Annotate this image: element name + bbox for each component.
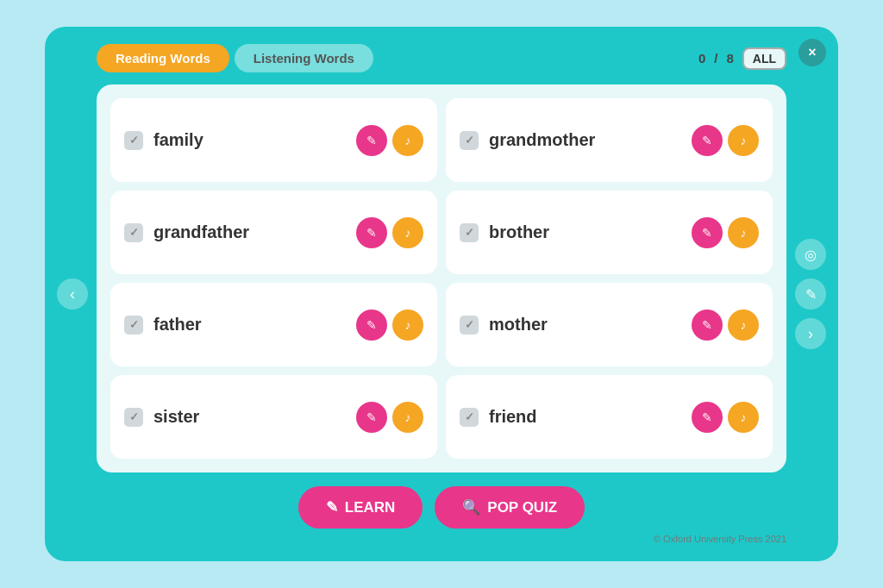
word-left-grandfather: ✓ grandfather [124,222,249,242]
audio-sister-button[interactable]: ♪ [392,402,423,433]
word-card-grandfather: ✓ grandfather ✎ ♪ [110,191,437,274]
main-card: ✓ family ✎ ♪ ✓ grandmother ✎ ♪ [97,84,786,472]
paperclip-icon: ✎ [795,278,826,310]
tab-listening[interactable]: Listening Words [235,44,373,72]
edit-friend-button[interactable]: ✎ [692,402,723,433]
quiz-label: POP QUIZ [487,499,557,516]
edit-sister-button[interactable]: ✎ [356,402,387,433]
header-row: Reading Words Listening Words 0 / 8 ALL [97,44,786,72]
checkbox-mother[interactable]: ✓ [460,316,479,335]
word-card-family: ✓ family ✎ ♪ [110,98,437,182]
word-text-sister: sister [153,407,199,427]
word-left-brother: ✓ brother [460,222,549,242]
edit-father-button[interactable]: ✎ [356,310,387,341]
tab-group: Reading Words Listening Words [97,44,373,72]
audio-father-button[interactable]: ♪ [392,310,423,341]
edit-grandmother-button[interactable]: ✎ [692,125,723,156]
word-text-mother: mother [489,315,548,335]
score-current: 0 [698,51,705,66]
close-button[interactable]: × [798,39,826,66]
checkbox-grandmother[interactable]: ✓ [460,131,479,150]
audio-brother-button[interactable]: ♪ [728,217,759,248]
audio-family-button[interactable]: ♪ [392,125,423,156]
word-left-grandmother: ✓ grandmother [460,130,595,150]
main-container: × ‹ ◎ ✎ › Reading Words Listening Words … [45,27,838,561]
checkbox-grandfather[interactable]: ✓ [124,223,143,242]
eye-icon: ◎ [795,239,826,270]
checkbox-sister[interactable]: ✓ [124,408,143,427]
checkbox-family[interactable]: ✓ [124,131,143,150]
bottom-row: ✎ LEARN 🔍 POP QUIZ [97,486,786,529]
word-card-grandmother: ✓ grandmother ✎ ♪ [446,98,773,182]
left-nav-button[interactable]: ‹ [57,278,88,310]
word-text-brother: brother [489,222,549,242]
score-total: 8 [726,51,733,66]
word-actions-mother: ✎ ♪ [692,310,759,341]
audio-friend-button[interactable]: ♪ [728,402,759,433]
edit-family-button[interactable]: ✎ [356,125,387,156]
edit-grandfather-button[interactable]: ✎ [356,217,387,248]
word-left-family: ✓ family [124,130,204,150]
audio-grandfather-button[interactable]: ♪ [392,217,423,248]
learn-button[interactable]: ✎ LEARN [298,486,423,529]
word-actions-brother: ✎ ♪ [692,217,759,248]
words-grid: ✓ family ✎ ♪ ✓ grandmother ✎ ♪ [110,98,773,459]
word-card-brother: ✓ brother ✎ ♪ [446,191,773,274]
word-text-father: father [153,315,202,335]
word-card-sister: ✓ sister ✎ ♪ [110,375,437,459]
right-nav-button[interactable]: › [795,318,826,349]
quiz-icon: 🔍 [462,498,480,516]
checkbox-brother[interactable]: ✓ [460,223,479,242]
right-nav: ◎ ✎ › [795,239,826,349]
learn-label: LEARN [345,499,396,516]
word-card-mother: ✓ mother ✎ ♪ [446,283,773,366]
word-actions-friend: ✎ ♪ [692,402,759,433]
score-separator: / [714,51,717,66]
audio-mother-button[interactable]: ♪ [728,310,759,341]
word-text-family: family [153,130,204,150]
pop-quiz-button[interactable]: 🔍 POP QUIZ [435,486,585,529]
edit-brother-button[interactable]: ✎ [692,217,723,248]
edit-mother-button[interactable]: ✎ [692,310,723,341]
word-actions-grandmother: ✎ ♪ [692,125,759,156]
left-nav: ‹ [57,278,88,310]
checkbox-friend[interactable]: ✓ [460,408,479,427]
word-text-grandmother: grandmother [489,130,595,150]
word-text-friend: friend [489,407,537,427]
word-card-father: ✓ father ✎ ♪ [110,283,437,366]
word-actions-father: ✎ ♪ [356,310,423,341]
all-button[interactable]: ALL [742,47,786,70]
word-left-father: ✓ father [124,315,202,335]
word-actions-sister: ✎ ♪ [356,402,423,433]
word-left-friend: ✓ friend [460,407,537,427]
word-card-friend: ✓ friend ✎ ♪ [446,375,773,459]
word-left-sister: ✓ sister [124,407,199,427]
tab-reading[interactable]: Reading Words [97,44,229,72]
word-actions-grandfather: ✎ ♪ [356,217,423,248]
word-actions-family: ✎ ♪ [356,125,423,156]
score-area: 0 / 8 ALL [698,47,786,70]
learn-icon: ✎ [326,498,338,516]
copyright-text: © Oxford University Press 2021 [97,534,786,544]
word-left-mother: ✓ mother [460,315,548,335]
audio-grandmother-button[interactable]: ♪ [728,125,759,156]
word-text-grandfather: grandfather [153,222,249,242]
checkbox-father[interactable]: ✓ [124,316,143,335]
